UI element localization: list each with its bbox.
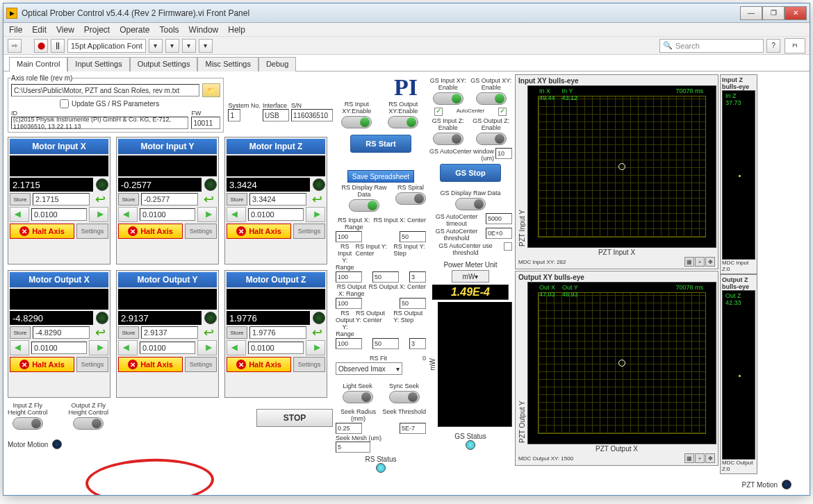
stored-field[interactable]: 1.9776 (249, 326, 306, 339)
rs-iny-step[interactable]: 3 (409, 271, 426, 283)
stop-button[interactable]: STOP (256, 409, 333, 427)
save-spreadsheet-button[interactable]: Save Spreadsheet (347, 170, 414, 183)
store-button[interactable]: Store (118, 193, 139, 205)
rs-iny-center[interactable]: 50 (372, 271, 399, 283)
rs-output-xy-enable[interactable] (388, 116, 418, 128)
close-button[interactable]: ✕ (785, 6, 807, 20)
jog-right-button[interactable] (89, 340, 108, 355)
rs-iny-range[interactable]: 100 (336, 271, 362, 283)
icon-pane[interactable]: PI (785, 38, 805, 53)
axis-settings-button[interactable]: Settings (76, 224, 108, 239)
menu-project[interactable]: Project (84, 25, 110, 35)
gs-ac-use-threshold[interactable] (504, 242, 512, 251)
jog-left-button[interactable] (118, 207, 138, 222)
jog-left-button[interactable] (10, 207, 29, 222)
power-unit-dropdown[interactable]: mW ▾ (452, 270, 489, 283)
gs-ac-timeout[interactable]: 5000 (486, 213, 512, 224)
maximize-button[interactable]: ❐ (762, 6, 785, 20)
jog-left-button[interactable] (10, 340, 29, 355)
tab-misc[interactable]: Misc Settings (197, 57, 258, 72)
step-field[interactable]: 0.0100 (31, 342, 87, 354)
run-button[interactable]: ⇨ (8, 39, 22, 53)
step-field[interactable]: 0.0100 (140, 342, 195, 354)
input-z-fly-switch[interactable] (13, 417, 43, 430)
stored-field[interactable]: 2.9137 (141, 326, 198, 339)
gs-input-z-enable[interactable] (433, 133, 463, 145)
axis-settings-button[interactable]: Settings (293, 357, 325, 372)
axis-settings-button[interactable]: Settings (293, 224, 325, 239)
step-field[interactable]: 0.0100 (140, 208, 195, 221)
tab-debug[interactable]: Debug (258, 57, 296, 72)
stored-field[interactable]: -4.8290 (33, 326, 90, 339)
reorder-button[interactable]: ▾ (199, 39, 213, 53)
jog-right-button[interactable] (197, 207, 217, 222)
rs-outy-step[interactable]: 3 (409, 338, 426, 349)
rs-display-raw-switch[interactable] (349, 199, 379, 212)
go-icon[interactable]: ↩ (309, 193, 325, 205)
gs-inxy-autocenter[interactable] (434, 108, 443, 116)
rs-outy-range[interactable]: 100 (336, 338, 362, 349)
font-selector[interactable]: 15pt Application Font (67, 39, 146, 53)
halt-axis-button[interactable]: ✕Halt Axis (118, 357, 183, 372)
rs-fit-dropdown[interactable]: Observed Imax▾ (336, 362, 402, 375)
store-button[interactable]: Store (10, 193, 31, 205)
gs-autocenter-window[interactable]: 10 (495, 148, 512, 159)
go-icon[interactable]: ↩ (92, 326, 108, 339)
jog-left-button[interactable] (227, 207, 246, 222)
output-xy-chart[interactable]: Out X47.03Out Y48.93 70078 ms (527, 282, 716, 444)
output-z-chart[interactable]: Out Z42.33 (722, 290, 755, 460)
step-field[interactable]: 0.0100 (31, 208, 87, 221)
gs-ac-threshold[interactable]: 0E+0 (486, 228, 512, 239)
tab-input[interactable]: Input Settings (67, 57, 129, 72)
step-field[interactable]: 0.0100 (248, 342, 304, 354)
rs-spiral-switch[interactable] (395, 192, 426, 205)
go-icon[interactable]: ↩ (200, 193, 217, 205)
halt-axis-button[interactable]: ✕Halt Axis (10, 224, 74, 239)
menu-file[interactable]: File (9, 25, 22, 35)
go-icon[interactable]: ↩ (92, 193, 108, 205)
step-field[interactable]: 0.0100 (248, 208, 304, 221)
gs-output-xy-enable[interactable] (476, 92, 507, 105)
rs-outy-center[interactable]: 50 (372, 338, 399, 349)
help-button[interactable]: ? (766, 39, 780, 53)
halt-axis-button[interactable]: ✕Halt Axis (118, 224, 183, 239)
light-seek-switch[interactable] (343, 391, 373, 403)
jog-left-button[interactable] (227, 340, 246, 355)
rs-input-xy-enable[interactable] (341, 116, 372, 128)
go-icon[interactable]: ↩ (200, 326, 217, 339)
distribute-button[interactable]: ▾ (165, 39, 179, 53)
jog-right-button[interactable] (89, 207, 108, 222)
align-button[interactable]: ▾ (149, 39, 163, 53)
rs-inx-center[interactable]: 50 (400, 231, 426, 242)
menu-help[interactable]: Help (228, 25, 245, 35)
pause-button[interactable]: || (51, 39, 65, 53)
halt-axis-button[interactable]: ✕Halt Axis (227, 357, 291, 372)
store-button[interactable]: Store (118, 326, 139, 339)
seek-mesh[interactable]: 5 (336, 442, 370, 453)
rs-outx-center[interactable]: 50 (400, 298, 426, 309)
input-z-chart[interactable]: In Z37.73 (722, 90, 755, 260)
interface-field[interactable]: USB (263, 109, 289, 121)
gs-stop-button[interactable]: GS Stop (440, 164, 501, 182)
seek-radius[interactable]: 0.25 (336, 423, 362, 434)
gs-display-raw-switch[interactable] (455, 198, 486, 210)
axis-settings-button[interactable]: Settings (185, 357, 217, 372)
minimize-button[interactable]: — (740, 6, 762, 20)
menu-tools[interactable]: Tools (160, 25, 179, 35)
stored-field[interactable]: 3.3424 (249, 193, 306, 205)
rs-inx-range[interactable]: 100 (336, 231, 362, 242)
jog-right-button[interactable] (306, 207, 325, 222)
browse-button[interactable]: 📁 (202, 83, 220, 97)
jog-left-button[interactable] (118, 340, 138, 355)
gs-output-z-enable[interactable] (476, 133, 507, 145)
halt-axis-button[interactable]: ✕Halt Axis (227, 224, 291, 239)
go-icon[interactable]: ↩ (309, 326, 325, 339)
search-input[interactable]: 🔍 Search (659, 39, 764, 53)
rs-outx-range[interactable]: 100 (336, 298, 362, 309)
update-params-checkbox[interactable] (60, 99, 69, 108)
store-button[interactable]: Store (227, 193, 247, 205)
menu-window[interactable]: Window (189, 25, 219, 35)
sync-seek-switch[interactable] (389, 391, 420, 403)
sysno-field[interactable]: 1 (228, 109, 240, 121)
halt-axis-button[interactable]: ✕Halt Axis (10, 357, 74, 372)
